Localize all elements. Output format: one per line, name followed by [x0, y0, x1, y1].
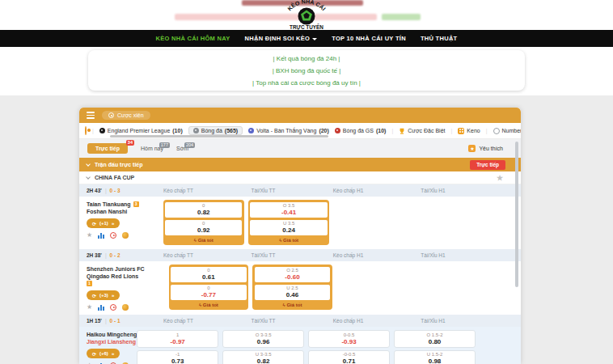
- tab-england-premier-league[interactable]: England Premier League (10): [99, 128, 183, 133]
- odds-cell[interactable]: -1 0.73: [137, 350, 218, 364]
- nav-item-keo-hom-nay[interactable]: KÈO NHÀ CÁI HÔM NAY: [156, 35, 230, 42]
- odds-cell[interactable]: U 2.5 0.46: [255, 285, 331, 301]
- odds-cell[interactable]: U 3-3.5 0.82: [222, 350, 304, 364]
- stats-icon[interactable]: [98, 305, 104, 311]
- good-price-label: Giá tốt: [203, 303, 218, 307]
- star-icon[interactable]: ★: [497, 174, 503, 182]
- more-bets-button[interactable]: ⟳ (+1) »: [87, 218, 120, 228]
- tab-count: (10): [376, 128, 386, 133]
- parlay-icon: [108, 112, 114, 118]
- vertical-scrollbar[interactable]: [515, 142, 518, 287]
- filter-early[interactable]: Sớm 204: [176, 146, 188, 151]
- stats-icon[interactable]: [98, 233, 104, 239]
- good-price-tag[interactable]: ϟ Giá tốt: [250, 238, 327, 243]
- divider: |: [105, 188, 107, 193]
- odds-value: 0.82: [223, 358, 303, 364]
- odds-value: 0.73: [137, 358, 218, 364]
- tab-bong-da[interactable]: Bóng đá (565): [188, 126, 243, 135]
- link-ket-qua[interactable]: | Kết quả bóng đá 24h |: [273, 53, 340, 64]
- odds-cell[interactable]: 0-0.5 -0.93: [308, 330, 390, 348]
- more-bets-button[interactable]: ⟳ (+6) »: [87, 349, 120, 358]
- tab-number-game[interactable]: Number Game: [493, 128, 521, 134]
- odds-cell[interactable]: 0 0.61: [171, 267, 247, 283]
- tab-cuoc-dac-biet[interactable]: Cược Đặc Biệt: [399, 128, 445, 134]
- good-price-tag[interactable]: ϟ Giá tốt: [171, 303, 247, 308]
- live-button[interactable]: Trực tiếp: [470, 160, 505, 170]
- play-icon[interactable]: [110, 304, 116, 311]
- odds-cell[interactable]: U 3.5 0.24: [250, 220, 327, 236]
- tab-volta[interactable]: Volta - Bàn Thắng Vàng (20): [248, 128, 329, 133]
- match-row: Taian Tiankuang 3 Foshan Nanshi ⟳ (+1) »…: [79, 197, 521, 249]
- star-icon[interactable]: ★: [87, 232, 92, 239]
- match-header: 2H 43' | 0 - 3 Kèo chấp TT Tài/Xỉu TT Kè…: [79, 184, 521, 197]
- odds-line: 1: [137, 332, 218, 338]
- good-price-tag[interactable]: ϟ Giá tốt: [165, 238, 242, 243]
- ball-icon[interactable]: [122, 304, 129, 311]
- odds-line: U 3-3.5: [223, 352, 303, 358]
- home-team[interactable]: Shenzhen Juniors FC: [87, 266, 145, 272]
- odds-cell[interactable]: U 1.5-2 0.98: [394, 350, 476, 364]
- away-team[interactable]: Foshan Nanshi: [87, 209, 139, 214]
- home-team[interactable]: Haikou Mingcheng: [87, 332, 137, 337]
- good-price-tag[interactable]: ϟ Giá tốt: [255, 303, 331, 308]
- away-team[interactable]: Jiangxi Liansheng: [87, 339, 137, 345]
- tab-count: (565): [225, 128, 238, 133]
- nav-item-nhan-dinh[interactable]: NHẬN ĐỊNH SOI KÈO: [245, 35, 318, 42]
- chevron-down-icon: [86, 175, 91, 180]
- live-section-bar[interactable]: Trận đấu trực tiếp Trực tiếp: [79, 158, 521, 171]
- tab-bong-da-gs[interactable]: Bóng đá GS (10): [335, 128, 387, 133]
- count-badge: 34: [126, 140, 134, 146]
- odds-cell[interactable]: 1 -0.97: [137, 330, 218, 348]
- match-header: 2H 38' | 0 - 2 Kèo chấp TT Tài/Xỉu TT Kè…: [79, 249, 521, 261]
- team-name: Taian Tiankuang: [87, 201, 131, 207]
- league-row[interactable]: CHINA FA CUP ★: [79, 171, 521, 184]
- odds-cell[interactable]: 0 -0.77: [171, 285, 247, 301]
- team-name: Haikou Mingcheng: [87, 332, 137, 337]
- chevron-down-icon: [86, 162, 91, 167]
- odds-line: 0: [165, 203, 242, 209]
- link-bxh[interactable]: | BXH bóng đá quốc tế |: [273, 66, 341, 76]
- tab-label: England Premier League: [108, 128, 170, 133]
- horizontal-scrollbar[interactable]: [110, 135, 328, 138]
- parlay-label: Cược xiên: [117, 112, 144, 118]
- odds-cell[interactable]: 0 0.92: [165, 220, 242, 236]
- odds-cell[interactable]: O 1.5-2 0.80: [394, 330, 476, 348]
- ball-icon[interactable]: [122, 232, 129, 239]
- nav-item-thu-thuat[interactable]: THỦ THUẬT: [421, 35, 458, 42]
- divider: |: [451, 128, 453, 133]
- menu-icon[interactable]: [87, 112, 95, 119]
- bolt-icon: ϟ: [199, 303, 201, 307]
- bolt-icon: ϟ: [194, 238, 197, 243]
- parlay-button[interactable]: Cược xiên: [102, 111, 150, 120]
- odds-cell[interactable]: 0 0.82: [165, 202, 242, 218]
- star-icon[interactable]: ★: [87, 304, 92, 311]
- soccer-ball-icon: [193, 128, 199, 133]
- home-team[interactable]: Taian Tiankuang 3: [87, 201, 139, 207]
- filter-live[interactable]: Trực tiếp 34: [87, 143, 128, 154]
- favorite-button[interactable]: ★ Yêu thích: [468, 145, 503, 152]
- filter-today[interactable]: Hôm nay 177: [141, 146, 163, 151]
- live-sport-icon[interactable]: [85, 126, 87, 135]
- divider: |: [391, 128, 393, 133]
- expand-icon: »: [112, 221, 114, 226]
- tab-keno[interactable]: Keno: [458, 128, 480, 134]
- site-logo[interactable]: KÈO NHÀ CÁI TRỰC TUYẾN: [268, 0, 345, 30]
- card-badge: 1: [87, 281, 92, 286]
- bolt-icon: ϟ: [283, 303, 285, 307]
- odds-cell[interactable]: -0-0.5 0.71: [308, 350, 390, 364]
- match-time: 2H 43': [87, 188, 102, 193]
- filter-label: Trực tiếp: [95, 146, 120, 151]
- market-empty: [395, 265, 476, 310]
- odds-cell[interactable]: O 2.5 -0.60: [255, 267, 331, 283]
- link-top-nha-cai[interactable]: | Top nhà cái cá cược bóng đá uy tín |: [252, 78, 361, 88]
- odds-value: 0.80: [395, 338, 475, 345]
- away-team[interactable]: Qingdao Red Lions: [87, 273, 145, 279]
- nav-item-top10[interactable]: TOP 10 NHÀ CÁI UY TÍN: [332, 35, 406, 42]
- column-header-hdp-tt: Kèo chấp TT: [136, 188, 221, 193]
- odds-cell[interactable]: O 3.5 -0.41: [250, 202, 327, 218]
- good-price-label: Giá tốt: [283, 238, 298, 243]
- odds-cell[interactable]: O 3-3.5 0.96: [222, 330, 304, 348]
- more-bets-button[interactable]: ⟳ (+3) »: [87, 290, 120, 300]
- play-icon[interactable]: [110, 232, 116, 239]
- number-game-icon: [493, 128, 500, 134]
